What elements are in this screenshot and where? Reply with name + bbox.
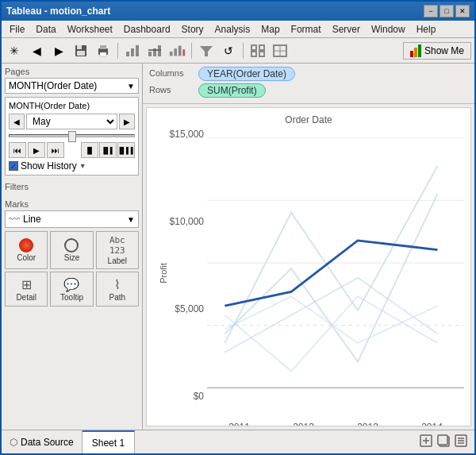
toolbar-fit-icon[interactable] [248, 41, 267, 60]
chart-title: Order Date [153, 114, 464, 125]
toolbar-filter-icon[interactable] [197, 41, 216, 60]
marks-size-button[interactable]: Size [50, 231, 93, 269]
marks-detail-button[interactable]: ⊞ Detail [5, 272, 48, 307]
line-icon: 〰 [9, 213, 20, 226]
menu-server[interactable]: Server [328, 22, 365, 37]
month-nav: ◀ May ▶ [9, 114, 135, 129]
svg-rect-8 [136, 45, 139, 56]
svg-rect-13 [170, 51, 173, 56]
marks-type-dropdown[interactable]: 〰 Line ▼ [5, 210, 139, 228]
y-axis-value-1: $0 [194, 391, 204, 402]
menu-data[interactable]: Data [31, 22, 60, 37]
columns-pill[interactable]: YEAR(Order Date) [198, 67, 295, 81]
month-slider-container [9, 133, 135, 139]
svg-marker-17 [200, 46, 213, 56]
toolbar-chart2-icon[interactable] [145, 41, 164, 60]
svg-rect-2 [77, 51, 85, 56]
tab-options-icon[interactable] [454, 434, 468, 450]
playback-controls: ⏮ ▶ ⏭ ▐▌ ▐▌▌ ▐▌▌▌ [9, 142, 135, 158]
y-label-wrapper: Profit [153, 129, 167, 418]
marks-type-value: Line [23, 214, 41, 225]
svg-rect-7 [131, 48, 134, 56]
data-source-tab[interactable]: ⬡ Data Source [2, 430, 83, 453]
label-icon: Abc123 [109, 235, 125, 256]
sheet1-tab[interactable]: Sheet 1 [83, 430, 135, 453]
rows-pill[interactable]: SUM(Profit) [198, 83, 266, 98]
svg-rect-16 [182, 49, 185, 56]
marks-detail-label: Detail [16, 293, 36, 302]
menu-window[interactable]: Window [367, 22, 410, 37]
rows-label: Rows [149, 85, 194, 94]
maximize-button[interactable]: □ [440, 5, 454, 17]
toolbar-forward-button[interactable]: ▶ [49, 41, 68, 60]
pages-dropdown-value: MONTH(Order Date) [9, 80, 97, 91]
database-icon: ⬡ [10, 437, 17, 448]
menu-worksheet[interactable]: Worksheet [63, 22, 117, 37]
chart-svg [207, 129, 464, 418]
menu-story[interactable]: Story [177, 22, 209, 37]
marks-color-button[interactable]: Color [5, 231, 48, 269]
marks-color-label: Color [17, 253, 36, 262]
menu-help[interactable]: Help [412, 22, 441, 37]
toolbar-asterisk-icon[interactable]: ✳ [5, 41, 24, 60]
speed-med-button[interactable]: ▐▌▌ [99, 142, 117, 158]
shelf-area: Columns YEAR(Order Date) Rows SUM(Profit… [143, 64, 474, 104]
play-prev-button[interactable]: ⏮ [9, 142, 26, 158]
pages-section: Pages MONTH(Order Date) ▼ [5, 67, 139, 94]
toolbar-chart1-icon[interactable] [123, 41, 142, 60]
speed-low-button[interactable]: ▐▌ [81, 142, 98, 158]
menu-file[interactable]: File [5, 22, 29, 37]
title-bar: Tableau - motion_chart − □ ✕ [2, 2, 474, 21]
detail-icon: ⊞ [21, 277, 32, 292]
month-next-button[interactable]: ▶ [119, 114, 135, 129]
toolbar-separator-3 [243, 43, 244, 59]
menu-map[interactable]: Map [256, 22, 284, 37]
close-button[interactable]: ✕ [455, 5, 470, 17]
month-select[interactable]: May [26, 114, 117, 129]
path-icon: ⌇ [114, 277, 121, 292]
new-sheet-icon[interactable] [419, 434, 433, 450]
x-axis-label-1: 2011 [228, 422, 250, 426]
menu-dashboard[interactable]: Dashboard [119, 22, 175, 37]
toolbar-separator-1 [117, 43, 118, 59]
svg-rect-6 [126, 52, 129, 56]
show-me-button[interactable]: Show Me [403, 42, 471, 60]
toolbar-refresh-icon[interactable]: ↺ [219, 41, 238, 60]
play-next-button[interactable]: ⏭ [47, 142, 64, 158]
show-me-label: Show Me [424, 45, 464, 56]
y-axis: $15,000 $10,000 $5,000 $0 [167, 129, 207, 418]
svg-rect-19 [259, 45, 264, 50]
toolbar-chart3-icon[interactable] [167, 41, 186, 60]
minimize-button[interactable]: − [424, 5, 438, 17]
marks-tooltip-button[interactable]: 💬 Tooltip [50, 272, 93, 307]
pages-dropdown[interactable]: MONTH(Order Date) ▼ [5, 78, 139, 94]
pages-label: Pages [5, 67, 139, 76]
toolbar-back-button[interactable]: ◀ [27, 41, 46, 60]
play-button[interactable]: ▶ [28, 142, 45, 158]
bottom-bar: ⬡ Data Source Sheet 1 [2, 430, 474, 453]
menu-bar: File Data Worksheet Dashboard Story Anal… [2, 21, 474, 38]
svg-rect-1 [77, 45, 82, 49]
sheet1-label: Sheet 1 [92, 438, 125, 449]
menu-format[interactable]: Format [286, 22, 326, 37]
rows-pill-text: SUM(Profit) [207, 85, 257, 96]
toolbar-separator-2 [191, 43, 192, 59]
svg-rect-5 [100, 52, 106, 56]
toolbar-print-icon[interactable] [94, 41, 113, 60]
show-history: ✓ Show History ▼ [9, 160, 135, 172]
show-history-dropdown-icon[interactable]: ▼ [79, 162, 86, 170]
menu-analysis[interactable]: Analysis [210, 22, 255, 37]
show-history-checkbox[interactable]: ✓ [9, 161, 18, 171]
marks-dropdown-arrow-icon: ▼ [127, 215, 135, 224]
month-slider-thumb[interactable] [68, 131, 76, 142]
month-prev-button[interactable]: ◀ [9, 114, 25, 129]
toolbar-save-icon[interactable] [71, 41, 90, 60]
toolbar-fix-icon[interactable] [271, 41, 290, 60]
size-icon [64, 238, 79, 253]
marks-path-button[interactable]: ⌇ Path [96, 272, 139, 307]
svg-rect-21 [259, 52, 264, 56]
left-panel: Pages MONTH(Order Date) ▼ MONTH(Order Da… [2, 64, 143, 430]
duplicate-sheet-icon[interactable] [436, 434, 451, 450]
marks-label-button[interactable]: Abc123 Label [96, 231, 139, 269]
speed-high-button[interactable]: ▐▌▌▌ [117, 142, 135, 158]
